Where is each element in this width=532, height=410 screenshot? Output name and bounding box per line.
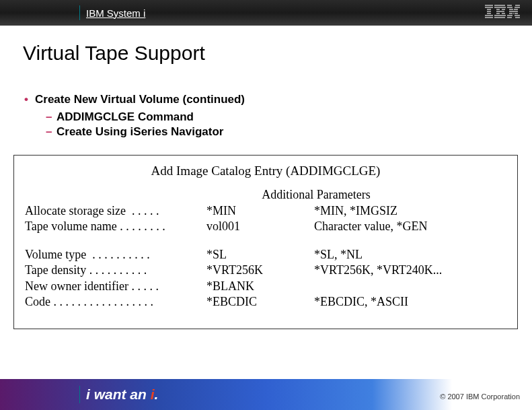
svg-rect-1 xyxy=(485,7,493,8)
command-panel: Add Image Catalog Entry (ADDIMGCLGE) Add… xyxy=(13,155,518,329)
param-row: Tape density . . . . . . . . . . *VRT256… xyxy=(25,263,506,278)
svg-rect-24 xyxy=(513,13,514,14)
svg-rect-6 xyxy=(485,17,493,18)
svg-rect-25 xyxy=(515,13,518,14)
svg-rect-0 xyxy=(485,5,493,6)
param-value: *BLANK xyxy=(206,279,314,294)
param-label: Allocate storage size . . . . . xyxy=(25,203,206,219)
bullet-sub-1: ADDIMGCLGE Command xyxy=(46,110,508,124)
svg-rect-28 xyxy=(507,17,512,18)
param-label: Code . . . . . . . . . . . . . . . . . xyxy=(25,294,206,310)
svg-rect-3 xyxy=(487,11,491,12)
content-area: Create New Virtual Volume (continued) AD… xyxy=(24,93,508,329)
copyright-text: © 2007 IBM Corporation xyxy=(440,392,520,401)
param-label: Volume type . . . . . . . . . . xyxy=(25,247,206,263)
svg-rect-16 xyxy=(507,5,512,6)
svg-rect-22 xyxy=(509,11,518,12)
svg-rect-9 xyxy=(496,9,500,10)
bullet-main: Create New Virtual Volume (continued) xyxy=(24,93,508,106)
svg-rect-12 xyxy=(496,13,500,14)
panel-title: Add Image Catalog Entry (ADDIMGCLGE) xyxy=(25,164,506,178)
svg-rect-13 xyxy=(502,13,505,14)
slogan-pre: i want an xyxy=(86,386,151,402)
param-value: vol001 xyxy=(206,219,314,234)
param-row: Code . . . . . . . . . . . . . . . . . *… xyxy=(25,294,506,310)
param-label: Tape volume name . . . . . . . . xyxy=(25,219,206,234)
bullet-sub-2: Create Using iSeries Navigator xyxy=(46,125,508,139)
header-bar: IBM System i xyxy=(0,0,532,26)
svg-rect-10 xyxy=(502,9,505,10)
param-options: *VRT256K, *VRT240K... xyxy=(314,263,506,278)
svg-rect-11 xyxy=(496,11,504,12)
param-value: *VRT256K xyxy=(206,263,314,278)
footer-bar: i want an i. © 2007 IBM Corporation xyxy=(0,379,532,410)
svg-rect-7 xyxy=(494,5,505,6)
svg-rect-20 xyxy=(509,9,513,10)
svg-rect-8 xyxy=(494,7,506,8)
header-divider xyxy=(79,5,80,20)
svg-rect-17 xyxy=(515,5,520,6)
param-row: New owner identifier . . . . . *BLANK xyxy=(25,279,506,294)
svg-rect-27 xyxy=(515,15,520,16)
footer-slogan: i want an i. xyxy=(86,386,158,403)
param-label: New owner identifier . . . . . xyxy=(25,279,206,294)
param-options: Character value, *GEN xyxy=(314,219,506,234)
svg-rect-18 xyxy=(507,7,512,8)
param-options: *SL, *NL xyxy=(314,247,506,263)
svg-rect-15 xyxy=(494,17,505,18)
param-group-1: Allocate storage size . . . . . *MIN *MI… xyxy=(25,203,506,235)
param-options: *EBCDIC, *ASCII xyxy=(314,294,506,310)
param-group-2: Volume type . . . . . . . . . . *SL *SL,… xyxy=(25,247,506,310)
param-value: *MIN xyxy=(206,203,314,219)
panel-subtitle: Additional Parameters xyxy=(126,188,506,202)
system-label: IBM System i xyxy=(86,7,145,19)
svg-rect-19 xyxy=(515,7,520,8)
svg-rect-26 xyxy=(507,15,512,16)
page-title: Virtual Tape Support xyxy=(23,42,532,65)
param-value: *SL xyxy=(206,247,314,263)
footer-divider xyxy=(79,386,80,403)
ibm-logo-icon xyxy=(485,5,520,21)
svg-rect-4 xyxy=(487,13,491,14)
svg-rect-14 xyxy=(494,15,506,16)
svg-rect-2 xyxy=(487,9,491,10)
slogan-post: . xyxy=(155,386,159,402)
param-row: Allocate storage size . . . . . *MIN *MI… xyxy=(25,203,506,219)
param-label: Tape density . . . . . . . . . . xyxy=(25,263,206,278)
param-options: *MIN, *IMGSIZ xyxy=(314,203,506,219)
svg-rect-5 xyxy=(485,15,493,16)
svg-rect-23 xyxy=(509,13,512,14)
param-row: Volume type . . . . . . . . . . *SL *SL,… xyxy=(25,247,506,263)
svg-rect-21 xyxy=(514,9,518,10)
svg-rect-29 xyxy=(515,17,520,18)
param-value: *EBCDIC xyxy=(206,294,314,310)
param-row: Tape volume name . . . . . . . . vol001 … xyxy=(25,219,506,234)
